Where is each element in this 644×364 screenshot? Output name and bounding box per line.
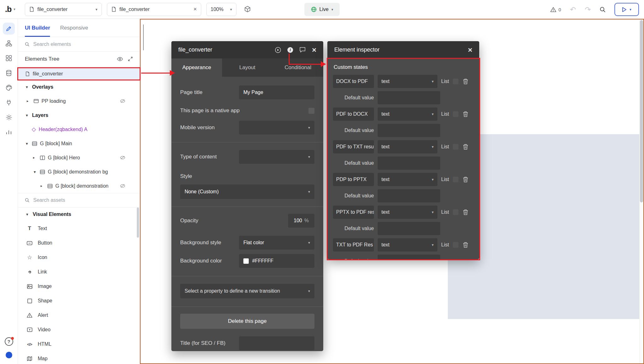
type-of-content-label: Type of content xyxy=(180,154,217,160)
undo-icon[interactable]: ↶ xyxy=(570,6,576,13)
search-elements-input[interactable] xyxy=(33,41,133,47)
eye-icon[interactable] xyxy=(117,57,123,61)
caret-down-icon[interactable]: ▼ xyxy=(33,170,37,174)
property-editor-tabs: Appearance Layout Conditional xyxy=(171,58,323,77)
close-icon[interactable]: × xyxy=(468,46,472,54)
transition-select[interactable]: Select a property to define a new transi… xyxy=(180,284,314,298)
canvas-scrollbar-thumb[interactable] xyxy=(640,20,643,202)
annotation-elbow-arrow-horizontal xyxy=(289,64,321,65)
delete-page-button[interactable]: Delete this page xyxy=(180,314,314,329)
palette-item-html[interactable]: </> HTML xyxy=(18,337,140,351)
left-panel-scrollbar[interactable] xyxy=(137,207,139,238)
chevron-down-icon: ▾ xyxy=(308,289,310,293)
color-swatch[interactable] xyxy=(243,258,249,264)
tree-item-block-demonstration[interactable]: ▸ G [block] demonstration xyxy=(18,179,140,193)
live-version-dropdown[interactable]: Live ▾ xyxy=(304,3,340,16)
logs-chart-icon[interactable] xyxy=(3,126,15,138)
component-cube-icon[interactable] xyxy=(244,6,251,13)
tree-item-pp-loading[interactable]: ▸ PP loading xyxy=(18,94,140,108)
search-icon[interactable] xyxy=(600,7,606,13)
palette-item-button[interactable]: Button xyxy=(18,236,140,250)
tree-item-block-hero[interactable]: ▸ G [block] Hero xyxy=(18,151,140,165)
issues-indicator[interactable]: 0 xyxy=(550,7,561,12)
info-icon[interactable]: i xyxy=(287,47,293,53)
styles-palette-icon[interactable] xyxy=(3,82,15,94)
open-page-tab[interactable]: file_converter × xyxy=(107,3,201,16)
tab-ui-builder[interactable]: UI Builder xyxy=(25,19,50,37)
messenger-dot-icon[interactable] xyxy=(6,352,12,358)
close-tab-icon[interactable]: × xyxy=(193,6,197,13)
help-icon[interactable]: ? xyxy=(5,337,13,346)
tab-appearance[interactable]: Appearance xyxy=(171,58,222,77)
tree-section-layers[interactable]: ▼ Layers xyxy=(18,108,140,122)
canvas-scrollbar[interactable] xyxy=(639,19,643,363)
text-icon: T xyxy=(26,225,33,232)
caret-down-icon[interactable]: ▼ xyxy=(25,113,29,117)
seo-title-input[interactable] xyxy=(239,336,314,350)
palette-item-icon[interactable]: ☆ Icon xyxy=(18,250,140,265)
hidden-eye-slash-icon[interactable] xyxy=(120,156,125,160)
element-inspector-titlebar[interactable]: Element inspector × xyxy=(327,41,479,58)
section-label: Overlays xyxy=(32,84,53,90)
popup-icon xyxy=(34,99,39,103)
caret-down-icon[interactable]: ▼ xyxy=(25,142,29,146)
type-of-content-select[interactable]: ▾ xyxy=(239,150,314,164)
redo-icon[interactable]: ↷ xyxy=(585,6,591,13)
search-assets-input[interactable] xyxy=(33,197,133,203)
background-color-input[interactable]: #FFFFFF xyxy=(239,254,314,268)
hidden-eye-slash-icon[interactable] xyxy=(120,184,125,188)
caret-right-icon[interactable]: ▸ xyxy=(33,156,37,160)
tab-responsive[interactable]: Responsive xyxy=(60,19,88,37)
palette-item-text[interactable]: T Text xyxy=(18,221,140,236)
block-columns-icon xyxy=(40,156,45,160)
logo-chevron-down-icon[interactable]: ▾ xyxy=(14,7,15,11)
tree-item-label: G [block] Main xyxy=(40,141,72,146)
page-title-input[interactable]: My Page xyxy=(239,85,314,99)
caret-right-icon[interactable]: ▸ xyxy=(27,99,31,103)
style-select[interactable]: None (Custom)▾ xyxy=(180,185,314,199)
sitemap-icon[interactable] xyxy=(3,37,15,49)
zoom-dropdown[interactable]: 100% ▾ xyxy=(206,3,236,16)
chevron-down-icon: ▾ xyxy=(331,8,333,12)
warning-icon xyxy=(550,7,556,12)
palette-item-map[interactable]: Map xyxy=(18,351,140,364)
preview-button[interactable]: ▾ xyxy=(614,3,639,16)
visual-elements-header[interactable]: ▼ Visual Elements xyxy=(18,207,140,221)
tab-conditional[interactable]: Conditional xyxy=(273,58,323,77)
workflow-icon[interactable] xyxy=(3,52,15,64)
comment-bubble-icon[interactable] xyxy=(299,47,306,53)
database-icon[interactable] xyxy=(3,67,15,79)
plugins-plug-icon[interactable] xyxy=(3,97,15,108)
style-label: Style xyxy=(180,173,314,179)
page-selector-dropdown[interactable]: file_converter ▾ xyxy=(25,3,102,16)
palette-item-alert[interactable]: Alert xyxy=(18,308,140,323)
palette-item-image[interactable]: Image xyxy=(18,279,140,294)
property-editor-titlebar[interactable]: file_converter i × xyxy=(171,41,323,58)
caret-down-icon[interactable]: ▼ xyxy=(25,85,29,89)
background-color-label: Background color xyxy=(180,258,222,264)
native-app-checkbox[interactable] xyxy=(308,108,314,114)
tree-item-block-main[interactable]: ▼ G [block] Main xyxy=(18,136,140,151)
alert-icon xyxy=(26,313,33,318)
tree-section-overlays[interactable]: ▼ Overlays xyxy=(18,80,140,94)
settings-gear-icon[interactable] xyxy=(3,111,15,123)
mobile-version-select[interactable]: ▾ xyxy=(239,121,314,135)
palette-item-shape[interactable]: Shape xyxy=(18,294,140,308)
play-circle-icon[interactable] xyxy=(275,47,281,53)
search-elements-bar xyxy=(18,37,140,52)
close-icon[interactable]: × xyxy=(312,46,316,54)
open-tab-label: file_converter xyxy=(119,7,150,12)
design-pencil-icon[interactable] xyxy=(3,23,15,35)
hidden-eye-slash-icon[interactable] xyxy=(120,99,125,103)
expand-icon[interactable] xyxy=(128,57,133,61)
tree-item-block-demonstration-bg[interactable]: ▼ G [block] demonstration bg xyxy=(18,165,140,179)
tree-item-header-reusable[interactable]: ◇ Header(zqbackend) A xyxy=(18,122,140,136)
palette-item-video[interactable]: Video xyxy=(18,323,140,337)
bubble-logo[interactable]: .b xyxy=(5,5,11,14)
background-style-select[interactable]: Flat color▾ xyxy=(239,236,314,250)
tab-layout[interactable]: Layout xyxy=(222,58,273,77)
caret-right-icon[interactable]: ▸ xyxy=(41,184,45,188)
opacity-input[interactable]: 100% xyxy=(288,214,314,228)
annotation-elbow-arrow-head xyxy=(321,61,326,67)
palette-item-link[interactable]: Link xyxy=(18,265,140,279)
